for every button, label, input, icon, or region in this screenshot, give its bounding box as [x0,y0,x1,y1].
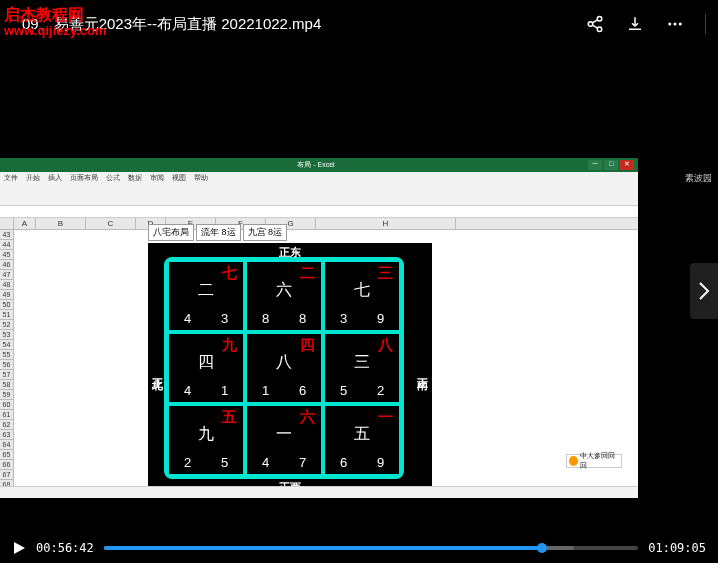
player-controls: 00:56:42 01:09:05 [0,533,718,563]
row-header[interactable]: 47 [0,270,13,280]
menu-item[interactable]: 审阅 [150,173,164,183]
row-header[interactable]: 43 [0,230,13,240]
fengshui-cell: 六一47 [245,404,323,476]
row-header[interactable]: 63 [0,430,13,440]
cell-center-number: 六 [251,280,317,301]
excel-statusbar [0,486,638,498]
fengshui-cell: 四八16 [245,332,323,404]
cell-center-number: 一 [251,424,317,445]
row-header[interactable]: 44 [0,240,13,250]
row-header[interactable]: 67 [0,470,13,480]
svg-line-4 [592,25,597,28]
row-header[interactable]: 58 [0,380,13,390]
fengshui-cell: 九四41 [167,332,245,404]
fengshui-cell: 五九25 [167,404,245,476]
direction-label-north: 正东 [279,245,301,260]
fengshui-board: 正东 正西 正南 正北 七二43二六88三七39九四41四八16八三52五九25… [148,243,432,497]
cell-bottom-numbers: 41 [169,383,243,398]
divider [705,14,706,34]
row-header[interactable]: 53 [0,330,13,340]
watermark-url: www.qijiezy.com [4,24,107,38]
fengshui-cell: 七二43 [167,260,245,332]
excel-formula-bar[interactable] [0,206,638,218]
download-button[interactable] [625,14,645,34]
cell-center-number: 二 [173,280,239,301]
play-button[interactable] [12,541,26,555]
excel-window: 布局 - Excel ─ □ ✕ 文件开始插入页面布局公式数据审阅视图帮助 AB… [0,158,638,498]
header-actions [585,14,706,34]
share-button[interactable] [585,14,605,34]
cell-red-number: 七 [220,264,239,283]
row-header[interactable]: 59 [0,390,13,400]
cell-red-number: 九 [220,336,239,355]
row-header[interactable]: 62 [0,420,13,430]
svg-point-2 [597,27,602,32]
fengshui-tab[interactable]: 八宅布局 [148,224,194,241]
cell-red-number: 四 [298,336,317,355]
window-buttons: ─ □ ✕ [588,160,634,170]
row-header[interactable]: 48 [0,280,13,290]
cell-bottom-numbers: 25 [169,455,243,470]
cell-center-number: 九 [173,424,239,445]
next-video-button[interactable] [690,263,718,319]
cell-center-number: 五 [329,424,395,445]
row-header[interactable]: 50 [0,300,13,310]
menu-item[interactable]: 帮助 [194,173,208,183]
menu-item[interactable]: 视图 [172,173,186,183]
fengshui-cell: 八三52 [323,332,401,404]
cell-bottom-numbers: 39 [325,311,399,326]
menu-item[interactable]: 页面布局 [70,173,98,183]
cell-center-number: 四 [173,352,239,373]
fengshui-tab[interactable]: 流年 8运 [196,224,241,241]
cell-center-number: 七 [329,280,395,301]
progress-thumb[interactable] [537,543,547,553]
row-header[interactable]: 57 [0,370,13,380]
column-header[interactable]: A [14,218,36,229]
fengshui-tabs: 八宅布局流年 8运九宫 8运 [148,224,432,241]
cell-bottom-numbers: 43 [169,311,243,326]
row-header[interactable]: 55 [0,350,13,360]
watermark: 启杰教程网 www.qijiezy.com [4,6,107,38]
row-header[interactable]: 51 [0,310,13,320]
column-header[interactable]: C [86,218,136,229]
more-button[interactable] [665,14,685,34]
progress-bar[interactable] [104,546,638,550]
menu-item[interactable]: 文件 [4,173,18,183]
row-header[interactable]: 56 [0,360,13,370]
menu-item[interactable]: 数据 [128,173,142,183]
cell-red-number: 八 [376,336,395,355]
svg-point-7 [679,23,682,26]
menu-item[interactable]: 插入 [48,173,62,183]
watermark-name: 启杰教程网 [4,6,107,24]
row-header[interactable]: 64 [0,440,13,450]
excel-app-title: 布局 - Excel [297,160,334,170]
video-header: 启杰教程网 www.qijiezy.com 09、易善元2023年--布局直播 … [0,0,718,48]
maximize-button[interactable]: □ [604,160,618,170]
row-header[interactable]: 65 [0,450,13,460]
cell-red-number: 六 [298,408,317,427]
fengshui-cell: 二六88 [245,260,323,332]
excel-menubar: 文件开始插入页面布局公式数据审阅视图帮助 [0,172,638,184]
total-time: 01:09:05 [648,541,706,555]
row-header[interactable]: 60 [0,400,13,410]
video-area: 布局 - Excel ─ □ ✕ 文件开始插入页面布局公式数据审阅视图帮助 AB… [0,48,718,533]
excel-ribbon [0,184,638,206]
fengshui-tab[interactable]: 九宫 8运 [243,224,288,241]
close-button[interactable]: ✕ [620,160,634,170]
cell-center-number: 八 [251,352,317,373]
excel-row-headers: 4344454647484950515253545556575859606162… [0,230,14,486]
row-header[interactable]: 54 [0,340,13,350]
minimize-button[interactable]: ─ [588,160,602,170]
svg-point-0 [597,17,602,22]
menu-item[interactable]: 开始 [26,173,40,183]
menu-item[interactable]: 公式 [106,173,120,183]
floating-label: 素波园 [685,172,712,185]
row-header[interactable]: 49 [0,290,13,300]
row-header[interactable]: 46 [0,260,13,270]
row-header[interactable]: 45 [0,250,13,260]
row-header[interactable]: 66 [0,460,13,470]
progress-fill [104,546,542,550]
column-header[interactable]: B [36,218,86,229]
row-header[interactable]: 61 [0,410,13,420]
row-header[interactable]: 52 [0,320,13,330]
